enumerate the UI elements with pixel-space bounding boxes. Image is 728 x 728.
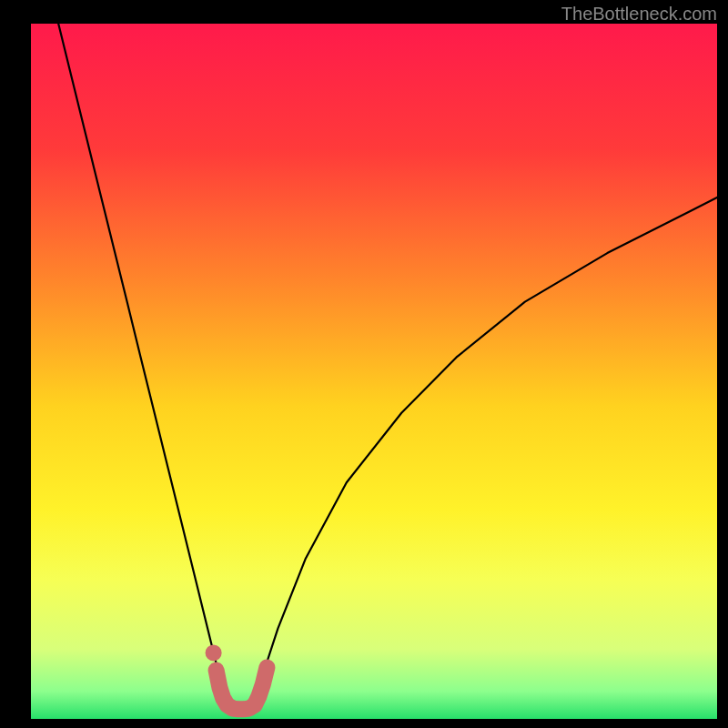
- highlight-dot: [206, 644, 222, 661]
- chart-frame: TheBottleneck.com: [0, 0, 728, 728]
- bottleneck-chart: [0, 0, 728, 728]
- watermark-text: TheBottleneck.com: [561, 4, 717, 25]
- gradient-background: [31, 24, 717, 719]
